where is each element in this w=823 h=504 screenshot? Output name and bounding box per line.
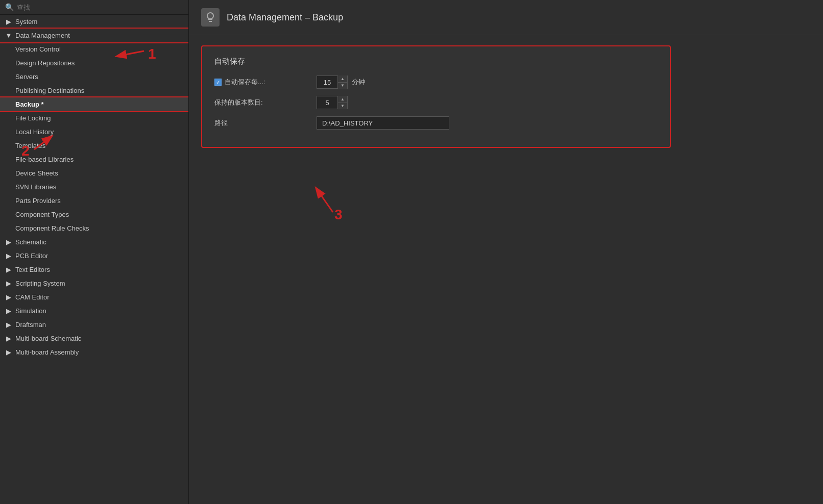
versions-label: 保持的版本数目: (214, 98, 317, 107)
sidebar-item-label: Schematic (15, 238, 46, 246)
versions-row: 保持的版本数目: ▲ ▼ (214, 96, 658, 109)
sidebar-item-text-editors[interactable]: ▶ Text Editors (0, 263, 188, 276)
sidebar-item-cam-editor[interactable]: ▶ CAM Editor (0, 290, 188, 304)
sidebar-item-multi-board-assembly[interactable]: ▶ Multi-board Assembly (0, 345, 188, 359)
sidebar-item-label: Multi-board Assembly (15, 348, 79, 356)
sidebar-item-label: Local History (15, 128, 54, 136)
sidebar-item-servers[interactable]: Servers (0, 70, 188, 84)
sidebar-item-draftsman[interactable]: ▶ Draftsman (0, 318, 188, 332)
sidebar-item-label: Templates (15, 142, 45, 149)
sidebar-item-label: PCB Editor (15, 252, 48, 260)
sidebar-item-design-repositories[interactable]: Design Repositories (0, 56, 188, 70)
search-bar: 🔍 (0, 0, 188, 15)
autosave-checkbox[interactable]: ✓ (214, 79, 222, 86)
path-row: 路径 D:\AD_HISTORY (214, 116, 658, 130)
sidebar-item-label: Version Control (15, 45, 61, 53)
versions-increment-button[interactable]: ▲ (338, 96, 347, 103)
arrow-right-icon: ▶ (5, 308, 12, 315)
autosave-value-input[interactable] (317, 79, 337, 86)
autosave-decrement-button[interactable]: ▼ (338, 82, 347, 89)
sidebar-item-publishing-destinations[interactable]: Publishing Destinations (0, 84, 188, 97)
arrow-right-icon: ▶ (5, 253, 12, 260)
sidebar-item-label: Simulation (15, 307, 46, 315)
sidebar-item-templates[interactable]: Templates (0, 139, 188, 153)
sidebar-item-backup[interactable]: Backup * (0, 97, 188, 111)
sidebar-item-scripting-system[interactable]: ▶ Scripting System (0, 276, 188, 290)
arrow-right-icon: ▶ (5, 266, 12, 273)
sidebar-item-label: Data Management (15, 32, 70, 39)
sidebar-item-system[interactable]: ▶ System (0, 15, 188, 29)
sidebar-item-label: Servers (15, 73, 38, 81)
sidebar-item-device-sheets[interactable]: Device Sheets (0, 166, 188, 180)
search-input[interactable] (17, 4, 183, 11)
checkbox-check: ✓ (216, 80, 220, 85)
main-header: Data Management – Backup (189, 0, 823, 35)
sidebar-item-label: File Locking (15, 114, 51, 122)
sidebar-item-simulation[interactable]: ▶ Simulation (0, 304, 188, 318)
sidebar-item-label: CAM Editor (15, 293, 49, 301)
sidebar-item-label: Publishing Destinations (15, 87, 84, 94)
path-label: 路径 (214, 118, 317, 128)
sidebar-item-data-management[interactable]: ▼ Data Management (0, 29, 188, 42)
versions-spinner[interactable]: ▲ ▼ (317, 96, 348, 109)
sidebar-item-label: Scripting System (15, 280, 65, 287)
section-title: 自动保存 (214, 57, 658, 66)
versions-decrement-button[interactable]: ▼ (338, 103, 347, 109)
sidebar-item-file-locking[interactable]: File Locking (0, 111, 188, 125)
sidebar-item-multi-board-schematic[interactable]: ▶ Multi-board Schematic (0, 332, 188, 345)
arrow-down-icon: ▼ (5, 32, 12, 39)
sidebar-item-label: Backup * (15, 100, 44, 108)
path-value: D:\AD_HISTORY (317, 116, 449, 130)
sidebar-item-label: Text Editors (15, 266, 50, 273)
sidebar-item-component-rule-checks[interactable]: Component Rule Checks (0, 221, 188, 235)
sidebar-item-label: Component Types (15, 211, 69, 218)
sidebar-item-file-based-libraries[interactable]: File-based Libraries (0, 153, 188, 166)
arrow-right-icon: ▶ (5, 239, 12, 246)
sidebar-item-parts-providers[interactable]: Parts Providers (0, 194, 188, 208)
arrow-right-icon: ▶ (5, 335, 12, 342)
sidebar-item-label: SVN Libraries (15, 183, 56, 191)
backup-icon (201, 8, 220, 27)
sidebar-item-pcb-editor[interactable]: ▶ PCB Editor (0, 249, 188, 263)
autosave-spinner[interactable]: ▲ ▼ (317, 75, 348, 89)
autosave-unit: 分钟 (352, 78, 365, 87)
autosave-row: ✓ 自动保存每...: ▲ ▼ 分钟 (214, 75, 658, 89)
sidebar-list: ▶ System ▼ Data Management Version Contr… (0, 15, 188, 504)
sidebar-item-label: File-based Libraries (15, 156, 74, 163)
sidebar-item-label: System (15, 18, 37, 26)
sidebar-item-label: Draftsman (15, 321, 46, 329)
arrow-right-icon: ▶ (5, 349, 12, 356)
sidebar: 🔍 ▶ System ▼ Data Management Version Con… (0, 0, 189, 504)
autosave-increment-button[interactable]: ▲ (338, 75, 347, 82)
sidebar-item-label: Design Repositories (15, 59, 75, 67)
sidebar-item-label: Device Sheets (15, 169, 58, 177)
sidebar-item-svn-libraries[interactable]: SVN Libraries (0, 180, 188, 194)
sidebar-item-label: Multi-board Schematic (15, 335, 81, 342)
arrow-right-icon: ▶ (5, 294, 12, 301)
main-content: Data Management – Backup 自动保存 ✓ 自动保存每...… (189, 0, 823, 504)
autosave-checkbox-label[interactable]: ✓ 自动保存每...: (214, 78, 317, 87)
arrow-right-icon: ▶ (5, 18, 12, 26)
sidebar-item-version-control[interactable]: Version Control (0, 42, 188, 56)
search-icon: 🔍 (5, 3, 14, 11)
autosave-label: 自动保存每...: (225, 78, 265, 87)
spinner-buttons-versions: ▲ ▼ (337, 96, 347, 109)
settings-panel: 自动保存 ✓ 自动保存每...: ▲ ▼ (201, 45, 671, 148)
spinner-buttons: ▲ ▼ (337, 75, 347, 89)
sidebar-item-component-types[interactable]: Component Types (0, 208, 188, 221)
page-title: Data Management – Backup (227, 12, 343, 23)
arrow-right-icon: ▶ (5, 280, 12, 287)
sidebar-item-label: Component Rule Checks (15, 224, 89, 232)
sidebar-item-schematic[interactable]: ▶ Schematic (0, 235, 188, 249)
main-body: 自动保存 ✓ 自动保存每...: ▲ ▼ (189, 35, 823, 504)
sidebar-item-label: Parts Providers (15, 197, 61, 205)
arrow-right-icon: ▶ (5, 321, 12, 329)
sidebar-item-local-history[interactable]: Local History (0, 125, 188, 139)
versions-value-input[interactable] (317, 99, 337, 107)
